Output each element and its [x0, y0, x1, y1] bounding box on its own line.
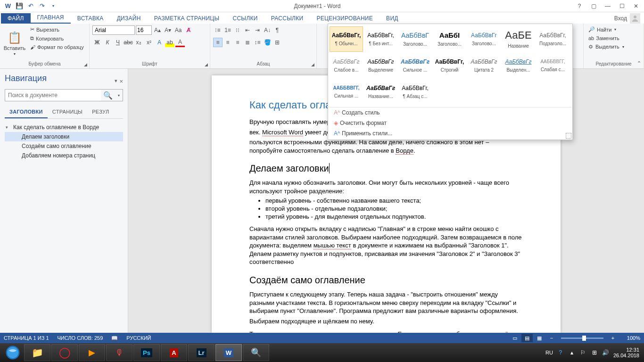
- style-item[interactable]: АаБбВвГг,¶ Без инт...: [364, 26, 397, 52]
- style-item[interactable]: АаБбВвГг,Строгий: [433, 53, 466, 78]
- style-item[interactable]: АаБбВвГг,Подзаголо...: [536, 26, 570, 52]
- nav-pin-icon[interactable]: ▾: [115, 78, 117, 85]
- tree-item[interactable]: Делаем заголовки: [5, 132, 123, 141]
- bullets-icon[interactable]: ⁝≡: [213, 25, 223, 35]
- tray-volume-icon[interactable]: 🔊: [602, 349, 610, 356]
- zoom-out-icon[interactable]: −: [546, 334, 557, 342]
- task-explorer[interactable]: 📁: [24, 344, 50, 361]
- clear-format-button[interactable]: ◈Очистить формат: [329, 118, 571, 128]
- style-item[interactable]: АаБEНазвание: [502, 26, 535, 52]
- help-icon[interactable]: ?: [573, 1, 586, 11]
- nav-tab-pages[interactable]: СТРАНИЦЫ: [48, 106, 87, 118]
- tray-lang[interactable]: RU: [545, 350, 553, 355]
- decrease-indent-icon[interactable]: ⇤: [243, 25, 252, 35]
- nav-tab-results[interactable]: РЕЗУЛ: [87, 106, 114, 118]
- tab-insert[interactable]: ВСТАВКА: [71, 13, 110, 24]
- select-button[interactable]: ⯐Выделить▾: [586, 43, 641, 50]
- create-style-button[interactable]: AᴬСоздать стиль: [329, 107, 571, 118]
- align-right-icon[interactable]: ≡: [233, 38, 242, 47]
- font-size-input[interactable]: [136, 25, 152, 35]
- task-app1[interactable]: 🎙: [106, 344, 132, 361]
- increase-indent-icon[interactable]: ⇥: [253, 25, 262, 35]
- sort-icon[interactable]: A↓: [263, 25, 272, 35]
- status-page[interactable]: СТРАНИЦА 1 ИЗ 1: [4, 335, 49, 341]
- tree-root[interactable]: Как сделать оглавление в Ворде: [5, 123, 123, 132]
- undo-icon[interactable]: ↶: [25, 1, 36, 11]
- task-acrobat[interactable]: A: [161, 344, 187, 361]
- show-marks-icon[interactable]: ¶: [272, 25, 282, 35]
- clear-format-icon[interactable]: A̸: [184, 25, 193, 35]
- style-item[interactable]: АаБбВвГгЦитата 2: [467, 53, 501, 78]
- status-proofing-icon[interactable]: 📖: [111, 335, 118, 341]
- superscript-icon[interactable]: x²: [144, 38, 154, 47]
- tab-design[interactable]: ДИЗАЙН: [110, 13, 148, 24]
- search-input[interactable]: [5, 90, 101, 101]
- change-case-icon[interactable]: Aa: [173, 25, 183, 35]
- tray-chevron-icon[interactable]: ▴: [568, 349, 576, 356]
- style-item[interactable]: АаБбВвГгВыделен...: [502, 53, 535, 78]
- collapse-ribbon-icon[interactable]: ⌃: [637, 60, 641, 66]
- subscript-icon[interactable]: x₂: [134, 38, 143, 47]
- zoom-in-icon[interactable]: +: [607, 334, 619, 342]
- replace-button[interactable]: abЗаменить: [586, 34, 641, 42]
- font-launcher-icon[interactable]: ◢: [203, 62, 209, 67]
- tree-item[interactable]: Добавляем номера страниц: [5, 151, 123, 160]
- numbering-icon[interactable]: 1≡: [223, 25, 232, 35]
- clipboard-launcher-icon[interactable]: ◢: [83, 62, 88, 67]
- style-item[interactable]: АаБбIЗаголово...: [433, 26, 466, 52]
- format-painter-button[interactable]: 🖌Формат по образцу: [28, 43, 86, 51]
- tree-item[interactable]: Создаём само оглавление: [5, 141, 123, 151]
- qat-dropdown-icon[interactable]: ▾: [48, 1, 58, 11]
- tray-network-icon[interactable]: ⊞: [591, 349, 598, 356]
- task-word[interactable]: W: [215, 344, 242, 361]
- cut-button[interactable]: ✂Вырезать: [28, 25, 86, 33]
- copy-button[interactable]: ⧉Копировать: [28, 34, 86, 42]
- style-item[interactable]: ААББВВГГ,Сильная ...: [330, 79, 363, 105]
- strike-icon[interactable]: abc: [124, 38, 133, 47]
- style-item[interactable]: ААББВВГГ,Слабая с...: [536, 53, 570, 78]
- status-words[interactable]: ЧИСЛО СЛОВ: 259: [58, 335, 103, 341]
- font-color-icon[interactable]: A: [175, 38, 185, 47]
- find-button[interactable]: 🔎Найти▾: [586, 25, 641, 33]
- grow-font-icon[interactable]: A▴: [153, 25, 162, 35]
- tray-clock[interactable]: 12:31 26.04.2018: [613, 347, 639, 358]
- restore-icon[interactable]: ☐: [616, 1, 628, 11]
- task-lightroom[interactable]: Lr: [188, 344, 215, 361]
- style-item[interactable]: АаБбВвГгСлабое в...: [330, 53, 363, 78]
- avatar-icon[interactable]: [630, 13, 640, 24]
- task-photoshop[interactable]: Ps: [133, 344, 160, 361]
- tray-help-icon[interactable]: ?: [557, 349, 564, 356]
- style-item[interactable]: АаБбВвГг,¶ Обычн...: [330, 26, 363, 52]
- style-item[interactable]: АаБбВвГгВыделение: [364, 53, 397, 78]
- zoom-slider[interactable]: [561, 337, 603, 339]
- task-app2[interactable]: 🔍: [243, 344, 269, 361]
- nav-tab-headings[interactable]: ЗАГОЛОВКИ: [5, 106, 48, 118]
- search-dropdown-icon[interactable]: ▾: [115, 90, 123, 101]
- paragraph-launcher-icon[interactable]: ◢: [310, 62, 315, 67]
- save-icon[interactable]: 💾: [14, 1, 25, 11]
- style-item[interactable]: АаБбВвГгНазвание...: [364, 79, 397, 105]
- tab-home[interactable]: ГЛАВНАЯ: [31, 12, 71, 24]
- align-left-icon[interactable]: ≡: [213, 38, 223, 47]
- apply-styles-button[interactable]: AᴬПрименить стили...: [329, 128, 571, 139]
- redo-icon[interactable]: ↷: [37, 1, 47, 11]
- minimize-icon[interactable]: —: [602, 1, 614, 11]
- start-button[interactable]: [2, 344, 24, 361]
- justify-icon[interactable]: ≣: [243, 38, 252, 47]
- status-lang[interactable]: РУССКИЙ: [126, 335, 151, 341]
- nav-close-icon[interactable]: ×: [119, 78, 123, 85]
- style-item[interactable]: АаБбВвГЗаголово...: [398, 26, 432, 52]
- view-print-icon[interactable]: ▤: [521, 334, 533, 342]
- word-icon[interactable]: W: [3, 1, 13, 11]
- line-spacing-icon[interactable]: ↕≡: [253, 38, 262, 47]
- borders-icon[interactable]: ⊞: [272, 38, 282, 47]
- tab-view[interactable]: ВИД: [380, 13, 405, 24]
- zoom-level[interactable]: 100%: [619, 335, 640, 341]
- highlight-icon[interactable]: ab: [165, 38, 174, 47]
- ribbon-options-icon[interactable]: ▢: [587, 1, 600, 11]
- view-web-icon[interactable]: ▦: [534, 334, 545, 342]
- tab-layout[interactable]: РАЗМЕТКА СТРАНИЦЫ: [148, 13, 226, 24]
- tray-flag-icon[interactable]: ⚐: [579, 349, 587, 356]
- paste-button[interactable]: 📋 Вставить ▾: [3, 25, 26, 61]
- align-center-icon[interactable]: ≡: [223, 38, 232, 47]
